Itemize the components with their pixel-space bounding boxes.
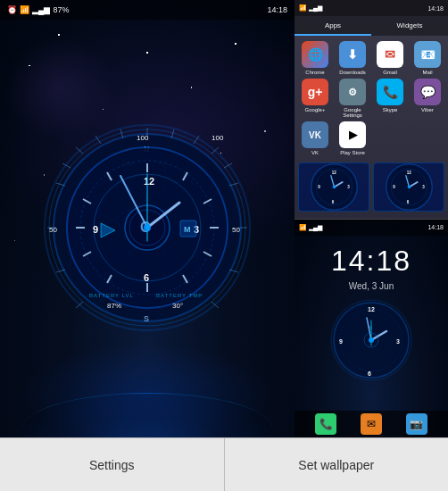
lock-status-icons: 📶 ▂▄▆ <box>299 224 322 231</box>
app-google-settings[interactable]: ⚙ Google Settings <box>336 79 369 118</box>
lock-time-display: 14:18 <box>295 245 448 278</box>
clock-widget-2: 12 3 6 9 <box>373 162 444 212</box>
settings-button[interactable]: Settings <box>0 438 225 491</box>
lock-status-bar: 📶 ▂▄▆ 14:18 <box>295 220 448 236</box>
app-vk[interactable]: VK VK <box>298 121 332 155</box>
main-container: ⏰ 📶 ▂▄▆ 87% 14:18 100 <box>0 0 448 437</box>
svg-text:12: 12 <box>368 306 375 312</box>
tab-widgets[interactable]: Widgets <box>371 16 448 36</box>
email-icon[interactable]: ✉ <box>361 413 382 435</box>
app-downloads[interactable]: ⬇ Downloads <box>336 41 369 75</box>
svg-point-79 <box>407 186 411 189</box>
action-buttons-bar: Settings Set wallpaper <box>0 437 448 491</box>
svg-text:S: S <box>144 314 149 323</box>
svg-point-70 <box>332 186 336 189</box>
apps-status-left: 📶 ▂▄▆ <box>299 4 322 12</box>
mini-clock-2: 12 3 6 9 <box>385 162 434 212</box>
phone-icon[interactable]: 📞 <box>315 413 336 435</box>
lock-clock-svg: 12 3 6 9 N <box>327 295 416 385</box>
apps-grid: 🌐 Chrome ⬇ Downloads ✉ Gmail <box>295 36 448 161</box>
app-viber[interactable]: 💬 Viber <box>411 79 444 118</box>
svg-point-60 <box>144 224 151 231</box>
camera-icon[interactable]: 📷 <box>406 413 427 435</box>
app-google-plus[interactable]: g+ Google+ <box>298 79 332 118</box>
svg-text:9: 9 <box>339 338 343 345</box>
right-panel: 📶 ▂▄▆ 14:18 Apps Widgets 🌐 Chrome <box>295 0 448 437</box>
app-play-store[interactable]: ▶ Play Store <box>336 121 369 155</box>
large-clock-widget: 100 100 50 50 N NW NE <box>40 121 254 335</box>
bottom-small-phone: 📶 ▂▄▆ 14:18 14:18 Wed, 3 Jun 12 3 6 9 N <box>295 220 448 438</box>
svg-text:50: 50 <box>49 226 57 234</box>
signal-icon: ▂▄▆ <box>32 5 50 14</box>
clock-svg: 100 100 50 50 N NW NE <box>40 121 254 335</box>
clock-widgets-row: 12 3 6 9 12 3 6 <box>295 161 448 213</box>
svg-text:3: 3 <box>396 338 400 345</box>
svg-text:50: 50 <box>232 226 240 234</box>
camera-icon-symbol: 📷 <box>410 418 423 430</box>
battery-text: 87% <box>53 5 69 14</box>
svg-text:6: 6 <box>144 272 149 283</box>
wifi-icon: 📶 <box>20 5 29 14</box>
battery-lvl-label: BATTERY LVL <box>89 293 134 298</box>
top-small-phone: 📶 ▂▄▆ 14:18 Apps Widgets 🌐 Chrome <box>295 0 448 220</box>
tab-apps[interactable]: Apps <box>295 16 371 36</box>
app-chrome[interactable]: 🌐 Chrome <box>298 41 332 75</box>
svg-text:M: M <box>184 225 191 234</box>
left-phone-panel: ⏰ 📶 ▂▄▆ 87% 14:18 100 <box>0 0 295 437</box>
status-left-icons: ⏰ 📶 ▂▄▆ 87% <box>7 5 69 14</box>
large-phone-screen: ⏰ 📶 ▂▄▆ 87% 14:18 100 <box>0 0 295 437</box>
svg-text:12: 12 <box>144 176 154 187</box>
status-bar: ⏰ 📶 ▂▄▆ 87% 14:18 <box>0 0 295 20</box>
svg-text:6: 6 <box>368 370 371 377</box>
mini-clock-1: 12 3 6 9 <box>310 162 359 212</box>
svg-text:12: 12 <box>406 171 411 175</box>
lock-date-display: Wed, 3 Jun <box>295 281 448 291</box>
phone-icon-symbol: 📞 <box>319 418 333 430</box>
apps-status-right: 14:18 <box>427 5 444 12</box>
app-mail[interactable]: 📧 Mail <box>411 41 444 75</box>
lock-clock-widget: 12 3 6 9 N <box>327 295 416 385</box>
set-wallpaper-button[interactable]: Set wallpaper <box>225 438 449 491</box>
apps-tabs[interactable]: Apps Widgets <box>295 16 448 36</box>
lock-status-time: 14:18 <box>427 224 444 230</box>
battery-tmp-value: 30° <box>172 302 183 310</box>
app-skype[interactable]: 📞 Skype <box>373 79 407 118</box>
status-time: 14:18 <box>267 5 287 14</box>
svg-text:9: 9 <box>93 224 98 235</box>
battery-lvl-value: 87% <box>107 302 121 310</box>
apps-status-bar: 📶 ▂▄▆ 14:18 <box>295 0 448 16</box>
alarm-icon: ⏰ <box>7 5 17 14</box>
app-gmail[interactable]: ✉ Gmail <box>373 41 407 75</box>
battery-tmp-label: BATTERY TMP <box>156 293 203 298</box>
svg-text:12: 12 <box>331 171 336 175</box>
email-icon-symbol: ✉ <box>367 418 376 430</box>
clock-widget-1: 12 3 6 9 <box>298 162 369 212</box>
svg-point-91 <box>369 337 374 343</box>
svg-text:100: 100 <box>212 134 224 142</box>
lock-bottom-dock: 📞 ✉ 📷 <box>295 411 448 437</box>
